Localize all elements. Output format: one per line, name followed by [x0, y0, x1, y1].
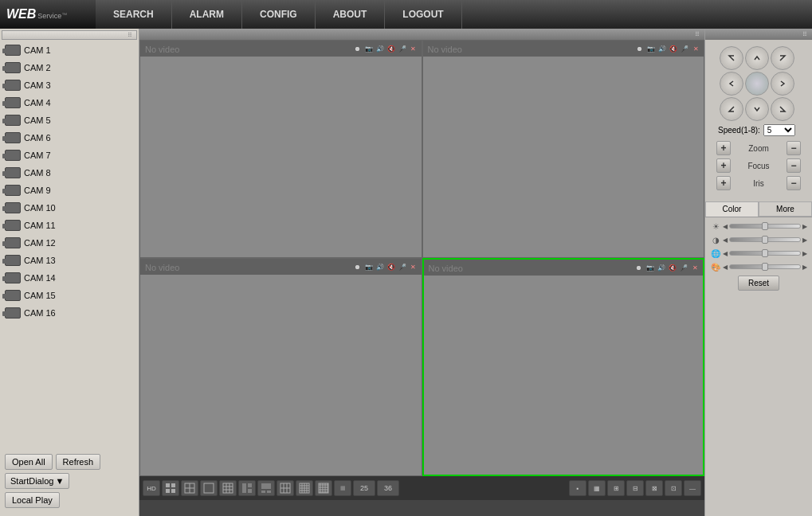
cam-item-13[interactable]: CAM 13 [2, 252, 137, 269]
cell3-icon-record[interactable]: ⏺ [353, 262, 363, 272]
vb-btn-grid8[interactable] [315, 480, 332, 496]
vb-layout-r5[interactable]: ⊠ [645, 480, 663, 496]
vb-layout-r2[interactable]: ▦ [588, 480, 606, 496]
cell4-icon-record[interactable]: ⏺ [634, 263, 644, 272]
cam-item-14[interactable]: CAM 14 [2, 269, 137, 287]
ptz-up[interactable] [745, 46, 769, 70]
cell3-icon-snapshot[interactable]: 📷 [364, 262, 374, 272]
vb-btn-grid5[interactable] [257, 480, 275, 496]
cell2-icon-close[interactable]: ✕ [691, 44, 700, 53]
focus-plus-button[interactable]: + [716, 158, 731, 173]
video-cell-3[interactable]: No video ⏺ 📷 🔊 🔇 🎤 ✕ [139, 258, 422, 476]
cell2-icon-audio[interactable]: 🔊 [657, 44, 667, 53]
hue-left-btn[interactable]: ◀ [723, 250, 728, 257]
cam-item-3[interactable]: CAM 3 [2, 76, 137, 94]
cell4-icon-talk[interactable]: 🎤 [679, 263, 688, 272]
contrast-right-btn[interactable]: ▶ [802, 236, 807, 244]
cell2-icon-record[interactable]: ⏺ [635, 44, 645, 53]
vb-btn-grid9[interactable]: ▦ [334, 480, 351, 496]
contrast-left-btn[interactable]: ◀ [723, 236, 728, 244]
vb-num-25[interactable]: 25 [353, 480, 375, 496]
saturation-left-btn[interactable]: ◀ [723, 264, 728, 271]
ptz-down-right[interactable] [771, 97, 794, 121]
tab-more[interactable]: More [759, 201, 812, 217]
cell2-icon-mute[interactable]: 🔇 [669, 44, 678, 53]
vb-btn-grid3[interactable] [219, 480, 237, 496]
cam-item-10[interactable]: CAM 10 [2, 199, 137, 217]
contrast-slider[interactable] [729, 237, 801, 242]
cell3-icon-mute[interactable]: 🔇 [386, 262, 396, 272]
cell3-icon-talk[interactable]: 🎤 [398, 262, 407, 272]
cam-item-4[interactable]: CAM 4 [2, 94, 137, 111]
zoom-plus-button[interactable]: + [716, 141, 731, 155]
iris-minus-button[interactable]: − [787, 176, 801, 190]
vb-btn-grid4[interactable] [238, 480, 256, 496]
ptz-up-left[interactable] [720, 46, 743, 70]
brightness-right-btn[interactable]: ▶ [802, 223, 807, 230]
saturation-right-btn[interactable]: ▶ [802, 264, 807, 271]
cam-item-16[interactable]: CAM 16 [2, 304, 137, 322]
zoom-minus-button[interactable]: − [787, 141, 801, 155]
open-all-button[interactable]: Open All [5, 454, 53, 470]
tab-color[interactable]: Color [705, 201, 759, 217]
brightness-slider[interactable] [729, 224, 801, 229]
ptz-left[interactable] [720, 72, 743, 96]
vb-num-36[interactable]: 36 [377, 480, 399, 496]
nav-about[interactable]: ABOUT [316, 0, 386, 29]
vb-layout-r4[interactable]: ⊟ [626, 480, 644, 496]
video-cell-4[interactable]: No video ⏺ 📷 🔊 🔇 🎤 ✕ [422, 258, 705, 476]
cell2-icon-snapshot[interactable]: 📷 [646, 44, 656, 53]
ptz-center[interactable] [745, 72, 769, 96]
cam-item-6[interactable]: CAM 6 [2, 129, 137, 147]
cell3-icon-audio[interactable]: 🔊 [375, 262, 385, 272]
cam-item-12[interactable]: CAM 12 [2, 234, 137, 252]
cam-item-15[interactable]: CAM 15 [2, 287, 137, 304]
start-dialog-button[interactable]: StartDialog ▼ [5, 473, 69, 489]
cell2-icon-talk[interactable]: 🎤 [680, 44, 689, 53]
video-cell-1[interactable]: No video ⏺ 📷 🔊 🔇 🎤 ✕ [139, 40, 422, 258]
cam-item-2[interactable]: CAM 2 [2, 59, 137, 76]
nav-config[interactable]: CONFIG [242, 0, 316, 29]
cam-item-1[interactable]: CAM 1 [2, 41, 137, 59]
refresh-button[interactable]: Refresh [56, 454, 101, 470]
local-play-button[interactable]: Local Play [5, 492, 60, 508]
cell1-icon-audio[interactable]: 🔊 [375, 44, 385, 53]
cam-item-8[interactable]: CAM 8 [2, 164, 137, 182]
vb-btn-grid7[interactable] [296, 480, 313, 496]
ptz-up-right[interactable] [771, 46, 794, 70]
saturation-slider[interactable] [729, 264, 801, 269]
cell4-icon-audio[interactable]: 🔊 [657, 263, 666, 272]
focus-minus-button[interactable]: − [787, 158, 801, 173]
nav-search[interactable]: SEARCH [96, 0, 172, 29]
cell1-icon-close[interactable]: ✕ [409, 44, 418, 53]
ptz-right[interactable] [771, 72, 794, 96]
cell1-icon-talk[interactable]: 🎤 [398, 44, 407, 53]
vb-btn-grid1[interactable] [181, 480, 198, 496]
brightness-left-btn[interactable]: ◀ [723, 223, 728, 230]
cell1-icon-mute[interactable]: 🔇 [386, 44, 396, 53]
cell4-icon-mute[interactable]: 🔇 [668, 263, 677, 272]
ptz-down[interactable] [745, 97, 769, 121]
cell4-icon-snapshot[interactable]: 📷 [645, 263, 655, 272]
cam-item-7[interactable]: CAM 7 [2, 147, 137, 164]
cam-item-5[interactable]: CAM 5 [2, 111, 137, 129]
hue-slider[interactable] [729, 251, 801, 256]
vb-btn-grid6[interactable] [277, 480, 294, 496]
vb-btn-grid2[interactable] [200, 480, 218, 496]
speed-select[interactable]: 5 1234 678 [763, 124, 795, 136]
cell4-icon-close[interactable]: ✕ [690, 263, 700, 272]
cell1-icon-record[interactable]: ⏺ [353, 44, 363, 53]
vb-btn-sd[interactable] [162, 480, 179, 496]
vb-layout-r6[interactable]: ⊡ [665, 480, 682, 496]
vb-layout-r7[interactable]: — [684, 480, 701, 496]
vb-btn-hd[interactable]: HD [143, 480, 160, 496]
cell1-icon-snapshot[interactable]: 📷 [364, 44, 374, 53]
cam-item-9[interactable]: CAM 9 [2, 182, 137, 199]
vb-layout-r1[interactable]: ▪ [569, 480, 586, 496]
reset-button[interactable]: Reset [738, 276, 779, 291]
ptz-down-left[interactable] [720, 97, 743, 121]
iris-plus-button[interactable]: + [716, 176, 731, 190]
nav-logout[interactable]: LOGOUT [385, 0, 461, 29]
cell3-icon-close[interactable]: ✕ [409, 262, 418, 272]
video-cell-2[interactable]: No video ⏺ 📷 🔊 🔇 🎤 ✕ [422, 40, 705, 258]
